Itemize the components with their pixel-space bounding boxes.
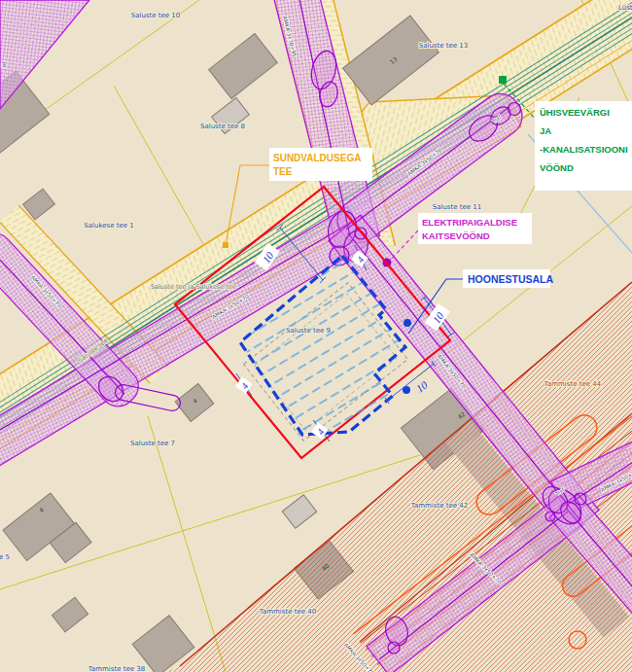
parcel-label: Saluste tee 7 [130,440,175,447]
road-marker-square [223,242,228,248]
parcel-label: Saluste tee 3 [0,61,6,69]
pipe-marker-square [499,76,507,84]
callout-text: HOONESTUSALA [468,273,554,285]
callout-text: TEE [273,166,293,177]
callout-text: JA [540,125,551,136]
utility-point-dot [404,319,411,327]
callout-text: ÜHISVEEVÄRGI [540,107,610,118]
parcel-label: Saluste tee 10 [131,12,181,19]
parcel-label: Tammiste tee 38 [88,665,145,672]
parcel-label: Saluste tee 11 [433,203,482,211]
parcel-label: Saluste tee 5 [0,553,10,561]
parcel-label: Saluste tee 13 [419,42,469,50]
callout-text: -KANALISATSIOONI [540,144,628,155]
callout-text: KAITSEVÖÖND [422,230,490,241]
callout-text: VÖÖND [540,162,574,173]
parcel-label: Saluste tee 8 [200,123,245,130]
parcel-label: Salukese tee 1 [84,222,133,230]
parcel-label: Tammiste tee 40 [259,608,316,616]
road-label: Saluste tee ja Salukese tee [151,283,236,291]
parcel-label: Lüst [618,4,632,12]
parcel-label: Saluste tee 9 [286,327,331,335]
parcel-label: Tammiste tee 42 [410,502,468,510]
map-canvas: 10 10 10 4 4 4 13 42 40 4 4 AMKA 3x70+95… [0,0,632,672]
callout-text: ELEKTRIPAIGALDISE [422,217,517,228]
site-plan-map[interactable]: 10 10 10 4 4 4 13 42 40 4 4 AMKA 3x70+95… [0,0,632,672]
callout-text: SUNDVALDUSEGA [273,153,361,163]
parcel-label: Tammiste tee 44 [544,380,602,388]
